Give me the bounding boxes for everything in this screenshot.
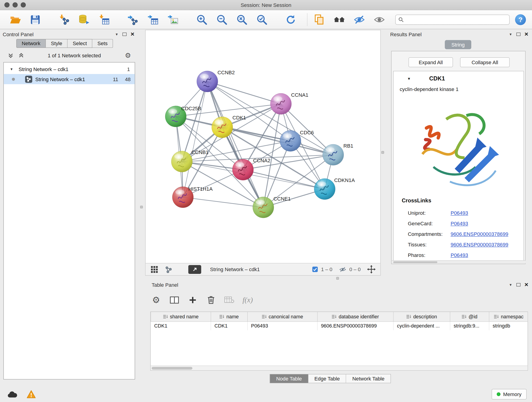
results-scrollbar[interactable] — [392, 260, 525, 263]
tab-edge-table[interactable]: Edge Table — [308, 374, 346, 383]
network-edge[interactable] — [183, 197, 263, 207]
cloud-icon[interactable] — [7, 389, 18, 400]
import-network-database-button[interactable] — [76, 12, 92, 27]
network-row[interactable]: String Network – cdk1 11 48 — [4, 74, 135, 84]
delete-column-trash-icon[interactable] — [206, 295, 216, 305]
close-panel-icon[interactable]: × — [525, 282, 528, 287]
expand-all-icon[interactable] — [19, 53, 24, 58]
column-header-name[interactable]: name — [211, 312, 247, 321]
duplicate-network-button[interactable] — [311, 12, 327, 27]
gear-icon[interactable]: ⚙ — [125, 51, 131, 60]
table-row[interactable]: CDK1CDK1P064939606.ENSP00000378699cyclin… — [151, 321, 528, 330]
float-panel-icon[interactable] — [516, 283, 520, 287]
table-cell[interactable]: P06493 — [247, 321, 317, 330]
network-edge[interactable] — [207, 81, 263, 207]
open-in-browser-button[interactable] — [188, 265, 201, 274]
network-edge[interactable] — [207, 81, 281, 104]
splitter-handle[interactable] — [381, 151, 384, 154]
export-table-button[interactable] — [145, 12, 161, 27]
genecard-link[interactable]: P06493 — [451, 221, 468, 226]
network-node-CCNA2[interactable]: CCNA2 — [232, 158, 270, 180]
tab-node-table[interactable]: Node Table — [270, 374, 308, 383]
delete-table-icon[interactable] — [224, 295, 234, 305]
column-header-shared-name[interactable]: shared name — [151, 312, 211, 321]
table-cell[interactable]: 9606.ENSP00000378699 — [317, 321, 393, 330]
network-collection-row[interactable]: ▼ String Network – cdk1 1 — [4, 64, 135, 74]
birds-eye-view-icon[interactable] — [150, 265, 158, 274]
export-network-button[interactable] — [125, 12, 141, 27]
home-button[interactable] — [331, 12, 347, 27]
float-panel-icon[interactable] — [516, 32, 520, 36]
table-cell[interactable]: stringdb — [489, 321, 528, 330]
network-node-CDK1[interactable]: CDK1 — [212, 115, 246, 138]
section-collapse-icon[interactable]: ▼ — [407, 77, 411, 81]
float-panel-icon[interactable] — [122, 32, 127, 36]
network-edge[interactable] — [183, 81, 207, 197]
network-edge[interactable] — [243, 170, 325, 189]
network-node-CCNE1[interactable]: CCNE1 — [253, 196, 291, 218]
panel-menu-icon[interactable]: ▼ — [115, 32, 119, 36]
network-node-CCNB2[interactable]: CCNB2 — [197, 70, 235, 92]
column-header-database-identifier[interactable]: database identifier — [317, 312, 393, 321]
save-session-button[interactable] — [27, 12, 43, 27]
expand-all-button[interactable]: Expand All — [409, 57, 453, 67]
close-panel-icon[interactable]: × — [131, 32, 134, 37]
selected-checkbox-icon[interactable] — [312, 267, 318, 272]
column-header-namespac[interactable]: namespac — [489, 312, 528, 321]
uniprot-link[interactable]: P06493 — [451, 210, 468, 216]
table-cell[interactable]: stringdb:9... — [450, 321, 489, 330]
network-node-CCNA1[interactable]: CCNA1 — [270, 92, 308, 114]
tab-style[interactable]: Style — [46, 39, 68, 48]
pharos-link[interactable]: P06493 — [451, 252, 468, 258]
tab-network-table[interactable]: Network Table — [346, 374, 391, 383]
table-horizontal-scrollbar[interactable] — [151, 366, 528, 370]
function-builder-icon[interactable]: f(x) — [243, 295, 253, 305]
table-settings-gear-icon[interactable]: ⚙ — [151, 295, 161, 305]
gene-section-header[interactable]: ▼ CDK1 — [394, 71, 524, 86]
import-table-button[interactable] — [96, 12, 112, 27]
column-header-canonical-name[interactable]: canonical name — [247, 312, 317, 321]
network-canvas[interactable]: CCNB2CCNA1CDC25BCDK1CDC6RB1CCNB1CCNA2CDK… — [146, 30, 380, 263]
table-cell[interactable]: cyclin-dependent ... — [393, 321, 450, 330]
hide-selected-button[interactable] — [351, 12, 367, 27]
splitter-handle[interactable] — [140, 206, 143, 208]
search-box[interactable] — [395, 14, 510, 25]
collapse-all-icon[interactable] — [8, 53, 13, 58]
tab-select[interactable]: Select — [68, 39, 92, 48]
network-share-icon[interactable] — [165, 265, 173, 274]
zoom-selected-button[interactable] — [254, 12, 270, 27]
search-input[interactable] — [406, 17, 507, 23]
tissues-link[interactable]: 9606.ENSP00000378699 — [451, 242, 508, 247]
pan-move-icon[interactable] — [367, 265, 375, 274]
hidden-eye-slash-icon[interactable] — [339, 266, 346, 273]
table-cell[interactable]: CDK1 — [211, 321, 247, 330]
export-image-button[interactable] — [165, 12, 181, 27]
show-columns-icon[interactable] — [169, 295, 179, 305]
table-cell[interactable]: CDK1 — [151, 321, 211, 330]
zoom-in-button[interactable] — [194, 12, 210, 27]
warning-icon[interactable] — [26, 389, 37, 400]
apply-layout-button[interactable] — [283, 12, 298, 27]
help-button[interactable]: ? — [515, 14, 526, 25]
memory-button[interactable]: Memory — [492, 389, 527, 400]
open-session-button[interactable] — [7, 12, 23, 27]
create-column-plus-icon[interactable] — [188, 295, 198, 305]
splitter-handle[interactable] — [336, 277, 339, 280]
panel-menu-icon[interactable]: ▼ — [509, 283, 512, 287]
zoom-fit-button[interactable] — [234, 12, 250, 27]
tab-string[interactable]: String — [445, 40, 471, 49]
panel-menu-icon[interactable]: ▼ — [509, 32, 512, 36]
network-node-CDKN1A[interactable]: CDKN1A — [314, 177, 355, 200]
zoom-out-button[interactable] — [214, 12, 230, 27]
tab-sets[interactable]: Sets — [92, 39, 113, 48]
network-node-RB1[interactable]: RB1 — [323, 143, 353, 165]
close-panel-icon[interactable]: × — [525, 32, 528, 37]
column-header-description[interactable]: description — [393, 312, 450, 321]
column-header--id[interactable]: @id — [450, 312, 489, 321]
show-all-button[interactable] — [372, 12, 387, 27]
compartments-link[interactable]: 9606.ENSP00000378699 — [451, 231, 508, 237]
tree-expand-icon[interactable]: ▼ — [10, 67, 13, 70]
network-node-HIST1H1A[interactable]: HIST1H1A — [172, 186, 213, 208]
import-network-button[interactable] — [56, 12, 72, 27]
tab-network[interactable]: Network — [16, 39, 46, 48]
